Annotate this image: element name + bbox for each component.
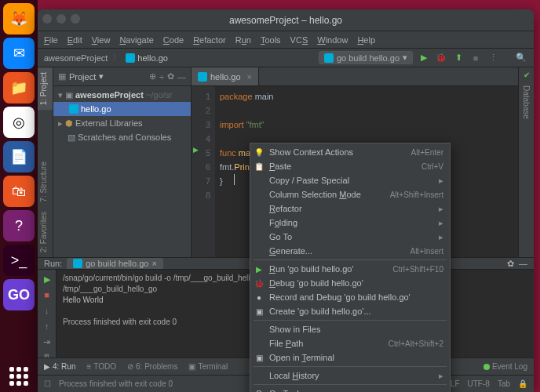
ctx-generate[interactable]: Generate...Alt+Insert [250,244,450,258]
ctx-show-in-files[interactable]: Show in Files [250,322,450,336]
window-title: awesomeProject – hello.go [229,15,342,26]
dock-rhythmbox[interactable]: ◎ [3,107,35,138]
menu-window[interactable]: Window [317,35,348,45]
ctx-create-go-build-hello-go[interactable]: ▣Create 'go build hello.go'... [250,304,450,318]
dock-thunderbird[interactable]: ✉ [3,38,35,69]
search-everywhere-icon[interactable]: 🔍 [515,52,527,64]
status-encoding[interactable]: UTF-8 [468,379,490,388]
tab-favorites[interactable]: 2: Favorites [38,207,53,257]
tab-todo[interactable]: ≡ TODO [86,362,116,371]
hide-icon[interactable]: — [177,72,186,82]
tree-external-libs[interactable]: ▸⬢ External Libraries [53,116,191,130]
editor-tabs: hello.go × [192,67,518,86]
run-gutter-icon[interactable]: ▶ [193,146,199,154]
status-msg-icon: ☐ [44,379,51,388]
dock-files[interactable]: 📁 [3,72,35,103]
window-buttons[interactable] [42,14,80,24]
go-icon: G [254,390,265,393]
ctx-file-path[interactable]: File PathCtrl+Alt+Shift+2 [250,336,450,350]
menu-code[interactable]: Code [163,35,184,45]
select-opened-icon[interactable]: ⊕ [149,71,156,82]
ctx-show-context-actions[interactable]: 💡Show Context ActionsAlt+Enter [250,145,450,159]
menu-tools[interactable]: Tools [261,35,281,45]
tree-root[interactable]: ▾▣ awesomeProject ~/go/sr [53,88,191,102]
wrap-icon[interactable]: ⇥ [41,336,53,348]
collapse-icon[interactable]: ÷ [159,72,164,82]
run-tab[interactable]: go build hello.go × [67,258,163,269]
settings-icon[interactable]: ✿ [167,71,174,82]
status-lf[interactable]: LF [451,379,460,388]
tab-database[interactable]: Database [520,82,532,122]
status-lock-icon[interactable]: 🔒 [518,379,527,388]
editor-context-menu: 💡Show Context ActionsAlt+Enter📋PasteCtrl… [250,143,451,392]
stop-icon[interactable]: ■ [41,289,53,301]
status-message: Process finished with exit code 0 [59,379,173,388]
up-icon[interactable]: ↑ [41,320,53,332]
close-tab-icon[interactable]: × [247,72,252,82]
menu-refactor[interactable]: Refactor [193,35,226,45]
dock-terminal[interactable]: >_ [3,245,35,276]
dock-writer[interactable]: 📄 [3,141,35,172]
dock-help[interactable]: ? [3,210,35,241]
ctx-record-and-debug-go-build-hello-go[interactable]: ●Record and Debug 'go build hello.go' [250,290,450,304]
dock-firefox[interactable]: 🦊 [3,3,35,34]
breadcrumb-project[interactable]: awesomeProject [44,53,108,63]
ctx-column-selection-mode[interactable]: Column Selection ModeAlt+Shift+Insert [250,187,450,201]
menu-view[interactable]: View [92,35,111,45]
rec-icon: ● [254,293,265,302]
ctx-local-history[interactable]: Local History▸ [250,368,450,383]
menu-navigate[interactable]: Navigate [119,35,153,45]
ctx-folding[interactable]: Folding▸ [250,216,450,230]
more-button[interactable]: ⋮ [487,52,499,64]
editor-tab-hello[interactable]: hello.go × [192,67,259,85]
tree-file-hello[interactable]: hello.go [53,102,191,116]
project-panel-header: ▦ Project ▾ ⊕ ÷ ✿ — [53,67,191,86]
status-indent[interactable]: Tab [498,379,510,388]
ctx-paste[interactable]: 📋PasteCtrl+V [250,159,450,173]
show-apps-button[interactable] [9,367,28,386]
ubuntu-dock: 🦊 ✉ 📁 ◎ 📄 🛍 ? >_ GO [0,0,38,392]
project-tree: ▾▣ awesomeProject ~/go/sr hello.go ▸⬢ Ex… [53,86,191,146]
ctx-debug-go-build-hello-go[interactable]: 🐞Debug 'go build hello.go' [250,276,450,290]
run-settings-icon[interactable]: ✿ [507,259,514,269]
coverage-button[interactable]: ⬆ [452,52,465,64]
tab-structure[interactable]: 7: Structure [38,157,53,207]
ctx-copy-paste-special[interactable]: Copy / Paste Special▸ [250,173,450,187]
ctx-go-to[interactable]: Go To▸ [250,230,450,244]
bug-icon: 🐞 [254,279,265,288]
stop-button[interactable]: ■ [469,52,482,64]
tree-scratches[interactable]: ▧ Scratches and Consoles [53,130,191,144]
tab-terminal[interactable]: ▣ Terminal [188,362,228,371]
text-cursor [234,174,235,185]
ctx-run-go-build-hello-go[interactable]: ▶Run 'go build hello.go'Ctrl+Shift+F10 [250,262,450,276]
menu-vcs[interactable]: VCS [290,35,308,45]
left-tool-tabs: 1: Project 7: Structure 2: Favorites [38,67,53,257]
navigation-bar: awesomeProject 〉 hello.go go build hello… [38,49,534,67]
inspection-ok-icon[interactable]: ✔ [524,71,530,79]
line-numbers: 1234 5678 [192,86,215,257]
debug-button[interactable]: 🐞 [435,52,447,64]
go-file-icon [324,53,334,63]
dock-goland[interactable]: GO [3,279,35,310]
run-config-selector[interactable]: go build hello.go ▾ [319,51,413,64]
create-icon: ▣ [254,307,265,316]
dock-software[interactable]: 🛍 [3,176,35,207]
term-icon: ▣ [254,354,265,362]
event-log[interactable]: Event Log [483,362,527,371]
menu-edit[interactable]: Edit [68,35,82,45]
ctx-open-in-terminal[interactable]: ▣Open in Terminal [250,350,450,365]
breadcrumb-file[interactable]: hello.go [126,53,168,63]
ctx-refactor[interactable]: Refactor▸ [250,201,450,216]
main-menu: File Edit View Navigate Code Refactor Ru… [38,31,534,49]
menu-run[interactable]: Run [235,35,251,45]
tab-problems[interactable]: ⊘ 6: Problems [127,362,177,371]
run-button[interactable]: ▶ [418,52,430,64]
ctx-go-tools[interactable]: GGo Tools▸ [250,387,450,392]
tab-project[interactable]: 1: Project [38,67,53,110]
run-hide-icon[interactable]: — [519,259,527,268]
menu-file[interactable]: File [44,35,58,45]
rerun-icon[interactable]: ▶ [41,273,53,285]
tab-run[interactable]: ▶ 4: Run [44,362,75,371]
menu-help[interactable]: Help [357,35,375,45]
down-icon[interactable]: ↓ [41,304,53,317]
